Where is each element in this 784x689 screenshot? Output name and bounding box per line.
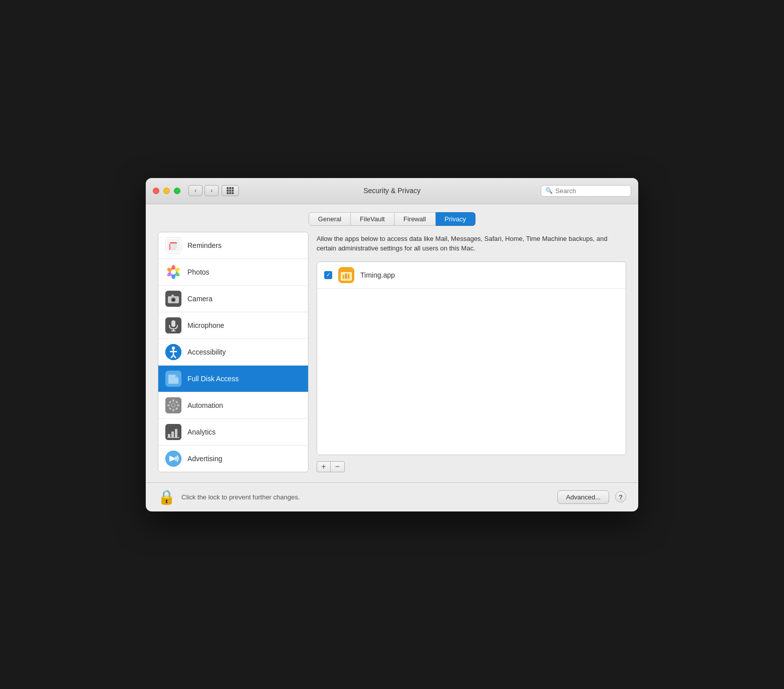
tab-general[interactable]: General [309, 212, 351, 226]
zoom-button[interactable] [174, 188, 180, 194]
tab-filevault[interactable]: FileVault [351, 212, 395, 226]
sidebar-item-label-analytics: Analytics [187, 428, 216, 436]
svg-rect-59 [175, 429, 177, 438]
svg-point-16 [169, 248, 171, 249]
sidebar-item-label-microphone: Microphone [187, 321, 224, 329]
minimize-button[interactable] [163, 188, 170, 194]
svg-rect-8 [232, 192, 234, 194]
tab-bar: General FileVault Firewall Privacy [146, 204, 638, 232]
svg-point-37 [172, 347, 175, 350]
nav-buttons: ‹ › [188, 185, 219, 196]
sidebar-item-reminders[interactable]: Reminders [158, 232, 308, 259]
svg-rect-6 [227, 192, 229, 194]
sidebar-item-analytics[interactable]: Analytics [158, 419, 308, 446]
sidebar-item-label-accessibility: Accessibility [187, 348, 226, 356]
svg-rect-47 [173, 399, 174, 402]
svg-point-14 [169, 246, 171, 247]
svg-rect-5 [232, 190, 234, 192]
app-name-timing: Timing.app [360, 271, 395, 279]
svg-rect-57 [168, 434, 170, 438]
accessibility-icon [165, 344, 181, 360]
app-list: ✓ Timing.app [317, 262, 626, 455]
description-text: Allow the apps below to access data like… [317, 232, 626, 255]
svg-rect-49 [167, 404, 170, 406]
search-bar[interactable]: 🔍 [541, 185, 631, 197]
lock-text: Click the lock to prevent further change… [181, 493, 551, 501]
svg-rect-3 [227, 190, 229, 192]
window-title: Security & Privacy [363, 187, 421, 195]
main-window: ‹ › Security & Privacy 🔍 General FileV [146, 178, 638, 511]
sidebar-item-label-automation: Automation [187, 401, 223, 409]
sidebar-item-advertising[interactable]: Advertising [158, 446, 308, 472]
sidebar-item-label-camera: Camera [187, 295, 213, 303]
advanced-button[interactable]: Advanced... [557, 490, 609, 504]
svg-rect-48 [173, 409, 174, 411]
svg-point-12 [169, 244, 171, 245]
camera-icon [165, 291, 181, 307]
sidebar-item-camera[interactable]: Camera [158, 286, 308, 312]
svg-rect-68 [348, 274, 349, 279]
sidebar-item-label-fulldisk: Full Disk Access [187, 375, 239, 383]
svg-rect-1 [229, 187, 231, 189]
svg-rect-66 [343, 275, 344, 279]
fulldisk-icon [165, 371, 181, 387]
svg-rect-2 [232, 187, 234, 189]
advertising-icon [165, 451, 181, 467]
svg-rect-7 [229, 192, 231, 194]
tab-privacy[interactable]: Privacy [436, 212, 476, 226]
svg-point-29 [172, 298, 175, 301]
svg-rect-10 [167, 239, 179, 251]
close-button[interactable] [153, 188, 159, 194]
sidebar-item-label-photos: Photos [187, 268, 210, 276]
table-row[interactable]: ✓ Timing.app [317, 262, 626, 289]
sidebar-item-label-reminders: Reminders [187, 241, 222, 249]
forward-button[interactable]: › [205, 185, 219, 196]
svg-rect-4 [229, 190, 231, 192]
help-button[interactable]: ? [615, 491, 626, 502]
main-content: Reminders Photos [146, 232, 638, 482]
reminders-icon [165, 237, 181, 253]
analytics-icon [165, 424, 181, 440]
app-checkbox-timing[interactable]: ✓ [324, 271, 332, 279]
svg-rect-67 [345, 274, 347, 279]
back-button[interactable]: ‹ [188, 185, 203, 196]
list-controls: + − [317, 461, 626, 472]
lock-icon[interactable]: 🔒 [158, 489, 175, 505]
automation-icon [165, 397, 181, 413]
tab-firewall[interactable]: Firewall [395, 212, 436, 226]
sidebar-item-photos[interactable]: Photos [158, 259, 308, 286]
svg-point-55 [172, 404, 175, 407]
sidebar-item-label-advertising: Advertising [187, 455, 222, 463]
svg-rect-50 [177, 404, 179, 406]
svg-rect-33 [171, 320, 175, 327]
svg-rect-0 [227, 187, 229, 189]
search-input[interactable] [555, 187, 627, 195]
svg-point-25 [171, 270, 176, 275]
right-panel: Allow the apps below to access data like… [317, 232, 626, 472]
timing-app-icon [338, 267, 354, 283]
remove-button[interactable]: − [331, 461, 345, 472]
traffic-lights [153, 188, 180, 194]
sidebar: Reminders Photos [158, 232, 309, 472]
svg-rect-58 [171, 432, 174, 438]
sidebar-item-accessibility[interactable]: Accessibility [158, 339, 308, 366]
title-bar: ‹ › Security & Privacy 🔍 [146, 178, 638, 204]
bottom-bar: 🔒 Click the lock to prevent further chan… [146, 482, 638, 511]
svg-rect-31 [176, 297, 178, 298]
photos-icon [165, 264, 181, 280]
sidebar-item-automation[interactable]: Automation [158, 392, 308, 419]
microphone-icon [165, 317, 181, 333]
search-icon: 🔍 [545, 187, 553, 194]
svg-rect-30 [171, 295, 174, 296]
sidebar-item-microphone[interactable]: Microphone [158, 312, 308, 339]
sidebar-item-fulldisk[interactable]: Full Disk Access [158, 366, 308, 392]
add-button[interactable]: + [317, 461, 331, 472]
grid-button[interactable] [222, 185, 239, 196]
